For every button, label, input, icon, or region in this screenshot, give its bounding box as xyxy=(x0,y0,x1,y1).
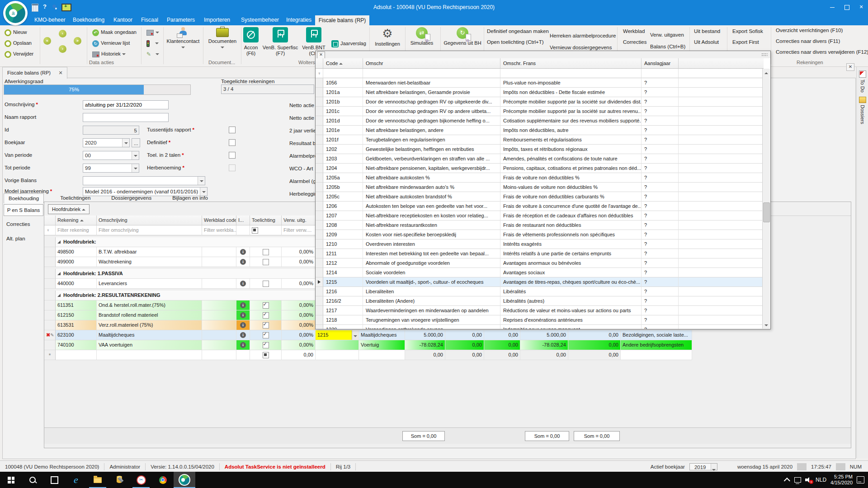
cell-omschr[interactable]: Niet-aftrekbare restaurantkosten xyxy=(363,221,500,230)
instellingen-button[interactable]: ⚙ Instellingen xyxy=(371,27,404,47)
cell-toelichting[interactable] xyxy=(250,310,282,320)
header-toelichting[interactable]: Toelichting xyxy=(250,216,282,225)
cell-aanslagjaar[interactable]: ? xyxy=(642,192,679,202)
filter-info[interactable] xyxy=(236,225,250,235)
menu-fiscaal[interactable]: Fiscaal xyxy=(141,17,158,23)
cell-aanslagjaar[interactable]: ? xyxy=(642,202,679,211)
cell-omschr-frans[interactable]: Frais de voiture non déductibles % xyxy=(500,173,642,183)
checkbox-checked[interactable] xyxy=(263,302,269,309)
cell-toelichting[interactable] xyxy=(250,300,282,310)
start-button[interactable] xyxy=(0,472,22,488)
cell-code[interactable] xyxy=(316,350,359,360)
cell-omschr[interactable]: Niet-aftrekbare receptiekosten en kosten… xyxy=(363,211,500,221)
naam-rapport-input[interactable] xyxy=(83,113,169,122)
filter-rekening[interactable]: Filter rekening xyxy=(56,225,97,235)
checkbox-checked[interactable] xyxy=(263,332,269,338)
cell-toelichting[interactable] xyxy=(250,350,282,360)
popup-row[interactable]: 1201b Door de vennootschap gedragen RV o… xyxy=(316,97,764,107)
popup-row[interactable]: 1201d Door de vennootschap gedragen bijk… xyxy=(316,116,764,126)
cell-verw-uitg[interactable]: 0,00% xyxy=(282,247,316,257)
last-record-button[interactable]: » xyxy=(74,37,81,45)
file-explorer-button[interactable] xyxy=(87,472,108,488)
menu-integraties[interactable]: Integraties xyxy=(286,17,311,23)
cell-toelichting[interactable] xyxy=(250,330,282,340)
info-icon[interactable]: i xyxy=(240,342,246,348)
header-werkblad-code[interactable]: Werkblad code xyxy=(202,216,236,225)
verw-uitgaven-button[interactable]: Verw. uitgaven xyxy=(650,31,684,39)
chevron-down-icon[interactable] xyxy=(132,151,139,160)
cell-aanslagjaar[interactable]: ? xyxy=(642,145,679,154)
cell-info[interactable]: i xyxy=(236,247,250,257)
nieuw-button[interactable]: Nieuw xyxy=(5,28,27,37)
cell-value[interactable]: 0,00 xyxy=(445,340,484,350)
tussentijds-rapport-checkbox[interactable] xyxy=(229,127,236,133)
info-icon[interactable]: i xyxy=(240,249,246,255)
cell-rekening[interactable]: 612150 xyxy=(56,310,97,320)
cell-aanslagjaar[interactable]: ? xyxy=(642,183,679,192)
cell-omschrijving[interactable]: B.T.W. aftrekbaar xyxy=(97,247,202,257)
popup-grip-icon[interactable] xyxy=(761,53,768,56)
cell-omschr[interactable]: Niet aftrekbare minderwaarden auto's % xyxy=(363,183,500,192)
panel-close-button[interactable]: ✕ xyxy=(846,63,854,71)
cell-omschr[interactable]: Gewestelijke belastingen, heffingen en r… xyxy=(363,145,500,154)
cell-omschr[interactable]: Abnormale of goedgunstige voordelen xyxy=(363,258,500,268)
indeterminate-checkbox[interactable] xyxy=(263,352,269,358)
filter-verw-uitg[interactable]: Filter verw.... xyxy=(282,225,316,235)
popup-row[interactable]: 1216/2 Liberaliteiten (Andere) Libéralit… xyxy=(316,296,764,306)
cell-omschr-frans[interactable]: Précompte mobilier supporté par la socié… xyxy=(500,97,642,107)
info-icon[interactable]: i xyxy=(240,302,246,308)
cell-omschr-frans[interactable]: Frais de vêtements professionnels non sp… xyxy=(500,230,642,239)
scrollbar-thumb[interactable] xyxy=(763,202,770,222)
cell-code[interactable]: 1201a xyxy=(323,88,363,97)
cell-werkblad[interactable] xyxy=(202,320,236,330)
cell-omschr[interactable]: Door de vennootschap gedragen RV op ande… xyxy=(363,107,500,116)
cell-aanslagjaar[interactable]: ? xyxy=(642,221,679,230)
balans-button[interactable]: Balans (Ctrl+B) xyxy=(650,42,685,51)
popup-row[interactable]: 1056 Meerwaarden niet-belastbaar Plus-va… xyxy=(316,78,764,88)
checkbox[interactable] xyxy=(263,281,269,287)
cell-value[interactable]: 0,00 xyxy=(568,350,621,360)
cell-omschrijving[interactable]: Verz.roll.materieel (75%) xyxy=(97,320,202,330)
cell-value[interactable]: 0,00 xyxy=(568,330,621,340)
taskbar-clock[interactable]: 5:25 PM 4/15/2020 xyxy=(830,474,853,486)
cell-omschr-frans[interactable]: Remboursements et régularisations xyxy=(500,135,642,145)
table-row[interactable]: 440000 Leveranciers i 0,00% xyxy=(44,279,316,289)
cell-werkblad[interactable] xyxy=(202,330,236,340)
chevron-down-icon[interactable] xyxy=(132,164,139,172)
chevron-down-icon[interactable] xyxy=(352,330,359,340)
collapse-icon[interactable] xyxy=(57,240,61,244)
scroll-up-button[interactable] xyxy=(763,69,770,76)
table-row[interactable]: 498500 B.T.W. aftrekbaar i 0,00% xyxy=(44,247,316,257)
popup-row[interactable]: 1207 Niet-aftrekbare receptiekosten en k… xyxy=(316,211,764,221)
filter-werkblad[interactable]: Filter werkbla... xyxy=(202,225,236,235)
cell-omschr[interactable]: Interesten met betrekking tot een gedeel… xyxy=(363,249,500,258)
sign-dropdown-button[interactable]: ✎ xyxy=(146,49,159,58)
cell-omschr[interactable]: Door de vennootschap gedragen bijkomende… xyxy=(363,116,500,126)
cell-info[interactable]: i xyxy=(236,300,250,310)
cell-code-editor[interactable]: 1215 xyxy=(316,330,359,340)
collapse-icon[interactable] xyxy=(57,294,61,297)
group-row-label[interactable]: Hoofdrubriek: xyxy=(56,237,316,247)
popup-row[interactable]: 1201f Terugbetalingen en regulariseringe… xyxy=(316,135,764,145)
simulaties-button[interactable]: ⇄ Simulaties xyxy=(408,27,436,46)
cell-tekst[interactable]: Andere bedrijfsopbrengsten xyxy=(621,340,692,350)
group-by-chip[interactable]: Hoofdrubriek xyxy=(48,204,90,214)
export-first-button[interactable]: Export First xyxy=(732,38,759,46)
popup-row[interactable]: 1208 Niet-aftrekbare restaurantkosten Fr… xyxy=(316,221,764,230)
export-sofisk-button[interactable]: Export Sofisk xyxy=(732,27,763,35)
cell-code[interactable]: 1210 xyxy=(323,239,363,249)
popup-row[interactable]: 1206 Autokosten ten belope van een gedee… xyxy=(316,202,764,211)
cell-code[interactable]: 1211 xyxy=(323,249,363,258)
popup-filter-omschr-frans[interactable] xyxy=(500,69,642,78)
cell-code[interactable]: 1056 xyxy=(323,78,363,88)
boekjaar-combo[interactable]: 2020 xyxy=(83,138,130,147)
cell-werkblad[interactable] xyxy=(202,279,236,289)
cell-omschr[interactable]: Terugnemingen van vroegere vrijstellinge… xyxy=(363,315,500,325)
cell-omschr-frans[interactable]: Frais de voiture à concurrence d'une quo… xyxy=(500,202,642,211)
adsolut-taskbar-button[interactable] xyxy=(174,472,195,488)
checkbox-checked[interactable] xyxy=(263,342,269,348)
info-icon[interactable]: i xyxy=(240,281,246,286)
popup-row[interactable]: 1201e Niet aftrekbare belastingen, ander… xyxy=(316,126,764,135)
cell-omschr-frans[interactable]: Précompte mobilier supporté par la socié… xyxy=(500,107,642,116)
cell-value[interactable]: -78.028,24 xyxy=(405,340,445,350)
